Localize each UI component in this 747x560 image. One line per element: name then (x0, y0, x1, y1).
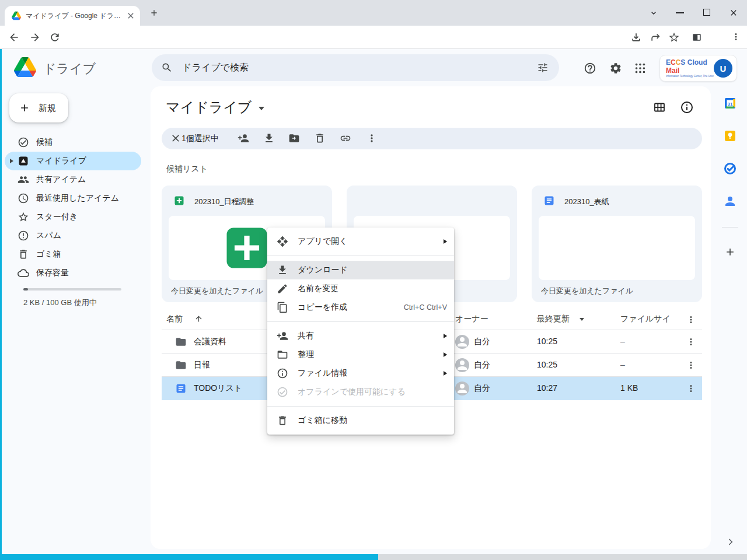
sidebar-item-storage[interactable]: 保存容量 (5, 264, 141, 282)
column-dropdown-icon[interactable] (580, 318, 584, 321)
owner-name: 自分 (474, 360, 490, 370)
menu-item-shortcut: Ctrl+C Ctrl+V (404, 303, 447, 312)
row-kebab-icon[interactable] (686, 383, 696, 394)
page-title[interactable]: マイドライブ (166, 98, 264, 117)
column-owner[interactable]: オーナー (455, 314, 488, 324)
search-bar[interactable]: ドライブで検索 (152, 54, 559, 81)
menu-item-rename[interactable]: 名前を変更 (267, 279, 454, 298)
window-close-icon[interactable] (729, 8, 738, 18)
menu-item-label: コピーを作成 (298, 302, 404, 313)
account-badge[interactable]: ECCS Cloud Mail Information Technology C… (659, 55, 737, 82)
title-dropdown-icon[interactable] (259, 107, 264, 110)
keep-icon[interactable] (723, 129, 737, 143)
context-menu: アプリで開く ダウンロード 名前を変更 コピーを作成 (267, 228, 454, 435)
move-to-folder-icon[interactable] (288, 132, 300, 144)
sidebar-item-my-drive[interactable]: マイドライブ (5, 152, 141, 170)
forward-icon[interactable] (29, 32, 41, 43)
help-icon[interactable] (584, 62, 596, 75)
apps-grid-icon[interactable] (634, 62, 647, 75)
tasks-icon[interactable] (723, 162, 737, 176)
sidebar-item-recent[interactable]: 最近使用したアイテム (5, 189, 141, 208)
capture-border-bottom (0, 554, 378, 560)
drive-logo-icon (14, 57, 36, 77)
column-modified[interactable]: 最終更新 (537, 314, 570, 324)
column-size[interactable]: ファイルサイ (620, 314, 671, 324)
folder-icon (175, 336, 187, 348)
menu-item-share[interactable]: 共有 (267, 327, 454, 345)
downloads-icon[interactable] (630, 32, 642, 43)
details-info-icon[interactable] (680, 100, 694, 114)
search-options-tune-icon[interactable] (537, 62, 549, 74)
owner-name: 自分 (474, 383, 490, 394)
sidebar-item-label: 共有アイテム (36, 174, 86, 185)
new-button[interactable]: 新規 (9, 93, 68, 123)
menu-item-make-copy[interactable]: コピーを作成 Ctrl+C Ctrl+V (267, 298, 454, 317)
table-options-kebab-icon[interactable] (686, 314, 696, 325)
selection-toolbar: 1個選択中 (162, 128, 702, 149)
docs-file-icon (175, 383, 187, 394)
sidebar-item-spam[interactable]: スパム (5, 226, 141, 245)
browser-menu-kebab-icon[interactable] (731, 32, 741, 42)
window-maximize-icon[interactable] (703, 9, 710, 16)
side-panel-divider (722, 227, 738, 228)
share-page-icon[interactable] (650, 32, 661, 43)
sort-ascending-icon[interactable] (194, 314, 203, 323)
row-kebab-icon[interactable] (686, 337, 696, 347)
sidebar-item-suggested[interactable]: 候補 (5, 133, 141, 152)
file-name: TODOリスト (194, 383, 242, 394)
expand-arrow-icon[interactable] (10, 159, 13, 163)
plus-icon (19, 102, 30, 114)
submenu-arrow-icon (444, 371, 447, 376)
side-panel-icon[interactable] (691, 32, 703, 43)
sidebar-item-label: 保存容量 (36, 268, 69, 278)
menu-item-open-with[interactable]: アプリで開く (267, 232, 454, 251)
delete-icon[interactable] (314, 132, 326, 144)
new-tab-icon[interactable] (149, 8, 159, 18)
copy-icon (277, 302, 288, 313)
share-person-add-icon (277, 330, 288, 342)
menu-item-label: アプリで開く (298, 236, 444, 247)
sidebar-item-trash[interactable]: ゴミ箱 (5, 245, 141, 264)
bookmark-star-icon[interactable] (668, 32, 680, 43)
calendar-icon[interactable]: 31 (723, 96, 737, 110)
row-kebab-icon[interactable] (686, 360, 696, 370)
clear-selection-icon[interactable] (170, 132, 181, 144)
tab-title: マイドライブ - Google ドライブ (26, 11, 126, 21)
menu-item-download[interactable]: ダウンロード (267, 261, 454, 279)
tab-close-icon[interactable] (126, 11, 135, 20)
back-icon[interactable] (8, 32, 20, 43)
contacts-icon[interactable] (723, 194, 737, 208)
search-placeholder: ドライブで検索 (182, 62, 537, 74)
column-name[interactable]: 名前 (166, 314, 183, 324)
settings-gear-icon[interactable] (609, 62, 622, 75)
collapse-panel-chevron-icon[interactable] (725, 537, 736, 547)
submenu-arrow-icon (444, 239, 447, 244)
menu-item-label: 名前を変更 (298, 284, 447, 294)
suggestion-card-doc[interactable]: 202310_表紙 今日変更を加えたファイル (532, 186, 702, 302)
tab-search-chevron-icon[interactable] (649, 8, 658, 18)
drive-profile-avatar[interactable]: U (714, 59, 732, 78)
sidebar-item-label: ゴミ箱 (36, 249, 61, 260)
get-link-icon[interactable] (340, 132, 351, 144)
menu-item-file-info[interactable]: ファイル情報 (267, 364, 454, 383)
reload-icon[interactable] (49, 32, 61, 43)
download-icon[interactable] (263, 132, 275, 144)
get-addons-plus-icon[interactable] (724, 246, 736, 258)
sidebar-item-starred[interactable]: スター付き (5, 208, 141, 226)
menu-item-label: ゴミ箱に移動 (298, 415, 447, 426)
taskbar-strip (378, 554, 747, 560)
menu-item-move-to-trash[interactable]: ゴミ箱に移動 (267, 411, 454, 430)
modified-time: 10:27 (537, 383, 557, 393)
file-size: 1 KB (620, 383, 638, 393)
window-minimize-icon[interactable] (676, 12, 684, 13)
sidebar-item-label: 候補 (36, 137, 53, 148)
menu-item-organize[interactable]: 整理 (267, 345, 454, 364)
download-icon (277, 264, 288, 276)
browser-tab[interactable]: マイドライブ - Google ドライブ (5, 6, 140, 26)
more-actions-kebab-icon[interactable] (366, 132, 378, 144)
sidebar-item-label: スター付き (36, 212, 78, 222)
card-caption: 今日変更を加えたファイル (541, 286, 633, 296)
sidebar-item-shared[interactable]: 共有アイテム (5, 170, 141, 189)
grid-view-icon[interactable] (652, 100, 666, 114)
share-person-add-icon[interactable] (238, 132, 249, 144)
